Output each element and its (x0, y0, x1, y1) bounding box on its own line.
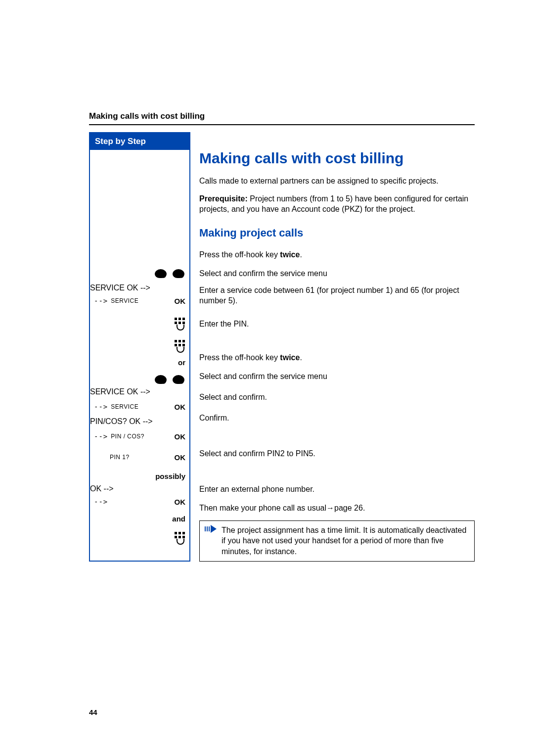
section-title: Making project calls (199, 227, 475, 239)
step-enter-pin: Enter the PIN. (199, 316, 475, 332)
step-or-spacer (199, 332, 475, 349)
step-pin2-5: Select and confirm PIN2 to PIN5. (199, 445, 475, 462)
step-press-offhook-1: Press the off-hook key twice. (199, 244, 475, 265)
step-by-step-sidebar: Step by Step SERVICE OK --> --> SERVICE … (89, 132, 190, 562)
sidebar-title: Step by Step (90, 133, 189, 150)
main-content: Making calls with cost billing Calls mad… (190, 132, 475, 562)
header-rule (89, 124, 475, 125)
offhook-key-icon (171, 373, 185, 385)
menu-arrow: --> (94, 498, 108, 506)
note-text: The project assignment has a time limit.… (222, 525, 469, 557)
service-label: SERVICE (111, 297, 138, 304)
page-title: Making calls with cost billing (199, 150, 475, 167)
step-select-confirm: Select and confirm. (199, 387, 475, 408)
step-external-number: Enter an external phone number. (199, 479, 475, 500)
ok-label: OK (175, 432, 186, 441)
step-service-2: Select and confirm the service menu (199, 366, 475, 387)
side-row-pincos: --> PIN / COS? OK (90, 426, 189, 447)
keypad-icon (175, 340, 185, 351)
side-row-service-1: --> SERVICE OK (90, 292, 189, 309)
ok-label: OK (175, 498, 186, 506)
side-row-and: and (90, 510, 189, 527)
note-arrow-icon (205, 525, 222, 557)
side-row-keypad-1 (90, 309, 189, 337)
service-label: SERVICE (111, 403, 138, 410)
step-press-offhook-2: Press the off-hook key twice. (199, 349, 475, 366)
side-row-possibly: possibly (90, 468, 189, 484)
page-header: Making calls with cost billing (89, 111, 475, 121)
side-row-service-2: --> SERVICE OK (90, 396, 189, 417)
side-row-or: or (90, 354, 189, 371)
possibly-label: possibly (155, 472, 185, 480)
side-row-ok-only: --> OK (90, 493, 189, 510)
side-row-offhook-1 (90, 263, 189, 284)
step-possibly-spacer (199, 428, 475, 445)
note-box: The project assignment has a time limit.… (199, 520, 475, 562)
side-row-keypad-2 (90, 337, 189, 354)
step-service-1: Select and confirm the service menu (199, 265, 475, 282)
side-row-keypad-3 (90, 527, 189, 548)
ok-label: OK (175, 453, 186, 462)
keypad-icon (175, 318, 185, 329)
side-row-pin1: PIN 1? OK (90, 447, 189, 468)
step-enter-code: Enter a service code between 61 (for pro… (199, 282, 475, 316)
keypad-icon (175, 532, 185, 543)
pin1-label: PIN 1? (110, 454, 130, 461)
prerequisite-label: Prerequisite: (199, 194, 248, 203)
offhook-key-icon (153, 267, 168, 279)
menu-arrow: --> (94, 432, 108, 440)
prerequisite-paragraph: Prerequisite: Project numbers (from 1 to… (199, 193, 475, 215)
offhook-key-icon (153, 373, 168, 385)
side-row-offhook-2 (90, 371, 189, 387)
or-label: or (178, 358, 185, 367)
pincos-label: PIN / COS? (111, 433, 144, 440)
ok-label: OK (175, 297, 186, 305)
step-and-spacer (199, 462, 475, 479)
ok-label: OK (175, 403, 186, 411)
and-label: and (172, 515, 185, 523)
offhook-key-icon (171, 267, 185, 279)
page-number: 44 (89, 708, 97, 716)
menu-arrow: --> (94, 297, 108, 305)
intro-paragraph: Calls made to external partners can be a… (199, 176, 475, 187)
step-call-as-usual: Then make your phone call as usual → pag… (199, 500, 475, 517)
arrow-right-icon: → (326, 503, 334, 514)
menu-arrow: --> (94, 403, 108, 411)
step-confirm: Confirm. (199, 408, 475, 428)
